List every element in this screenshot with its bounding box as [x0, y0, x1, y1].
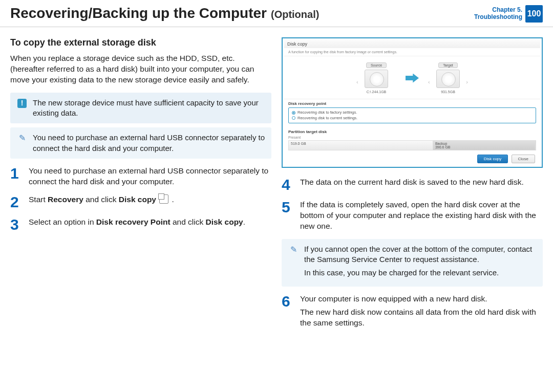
option-factory-label: Recovering disk to factory settings.	[297, 110, 357, 116]
t: .	[243, 217, 245, 226]
step-1-text: You need to purchase an external hard US…	[29, 166, 271, 187]
dialog-buttons: Disk copy Close	[284, 150, 540, 165]
option-current[interactable]: Recovering disk to current settings.	[292, 116, 533, 121]
source-label: Source	[366, 62, 387, 68]
target-capacity: 931.5GB	[436, 90, 460, 94]
page-title: Recovering/Backing up the Computer	[10, 5, 267, 21]
service-note: ✎ If you cannot open the cover at the bo…	[282, 239, 543, 287]
intro-text: When you replace a storage device such a…	[10, 53, 271, 85]
chapter-line-1: Chapter 5.	[474, 7, 522, 14]
partition-seg-2: Backup 390.6 GB	[433, 141, 536, 150]
step-1: 1 You need to purchase an external hard …	[10, 166, 271, 187]
title-optional: (Optional)	[271, 9, 319, 20]
service-note-line-2: In this case, you may be charged for the…	[304, 268, 537, 278]
dialog-title: Disk copy	[284, 40, 540, 48]
step-6: 6 Your computer is now equipped with a n…	[282, 294, 543, 329]
arrow-right-icon	[406, 74, 419, 83]
seg2-label: Backup	[435, 142, 533, 145]
hdd-icon	[436, 70, 460, 88]
t: and click	[171, 217, 206, 226]
bold-disk-copy: Disk copy	[206, 217, 243, 226]
warning-note: ! The new storage device must have suffi…	[10, 93, 271, 124]
service-note-line-1: If you cannot open the cover at the bott…	[304, 244, 537, 265]
partition-header: Partition target disk	[284, 127, 540, 136]
step-6-line-1: Your computer is now equipped with a new…	[300, 294, 543, 304]
warning-text: The new storage device must have suffici…	[33, 98, 265, 119]
partition-seg-1: 519.0 GB	[289, 141, 433, 150]
step-2: 2 Start Recovery and click Disk copy .	[10, 194, 271, 210]
bold-recovery: Recovery	[48, 195, 83, 204]
chevron-left-icon[interactable]: ‹	[356, 79, 358, 85]
recovery-point-options: Recovering disk to factory settings. Rec…	[288, 107, 536, 123]
step-number: 5	[282, 200, 294, 215]
close-button[interactable]: Close	[512, 155, 535, 163]
option-current-label: Recovering disk to current settings.	[297, 116, 357, 121]
warning-icon: !	[16, 98, 28, 109]
title-group: Recovering/Backing up the Computer (Opti…	[10, 5, 319, 21]
step-2-text: Start Recovery and click Disk copy .	[29, 194, 174, 205]
step-3: 3 Select an option in Disk recovery Poin…	[10, 217, 271, 232]
step-5-text: If the data is completely saved, open th…	[300, 200, 543, 232]
chapter-text: Chapter 5. Troubleshooting	[474, 7, 522, 21]
recovery-point-header: Disk recovery point	[284, 99, 540, 107]
step-6-text: Your computer is now equipped with a new…	[300, 294, 543, 329]
step-3-text: Select an option in Disk recovery Point …	[29, 217, 245, 228]
chevron-right-icon[interactable]: ›	[466, 79, 468, 85]
t: Start	[29, 195, 48, 204]
seg2-size: 390.6 GB	[435, 145, 533, 149]
step-6-line-2: The new hard disk now contains all data …	[300, 307, 543, 329]
dialog-subtitle: A function for copying the disk from fac…	[284, 48, 540, 56]
step-number: 4	[282, 177, 294, 192]
service-note-body: If you cannot open the cover at the bott…	[304, 244, 537, 281]
step-number: 6	[282, 294, 294, 309]
step-number: 3	[10, 217, 23, 232]
present-label: Present	[284, 136, 540, 139]
drives-panel: ‹ Source C:\ 244.1GB ‹ › Target 931.5GB	[284, 56, 540, 99]
step-number: 1	[10, 166, 23, 181]
hdd-icon	[365, 70, 388, 88]
source-drive: ‹ Source C:\ 244.1GB	[365, 62, 388, 94]
t: and click	[83, 195, 119, 204]
t: .	[169, 195, 174, 204]
section-title: To copy the external storage disk	[10, 37, 271, 48]
info-note-text: You need to purchase an external hard US…	[33, 133, 265, 154]
info-note: ✎ You need to purchase an external hard …	[10, 127, 271, 159]
left-column: To copy the external storage disk When y…	[10, 37, 271, 336]
t: Select an option in	[29, 217, 96, 226]
target-label: Target	[438, 62, 457, 68]
bold-disk-recovery-point: Disk recovery Point	[96, 217, 171, 226]
disk-copy-dialog: Disk copy A function for copying the dis…	[282, 37, 543, 168]
step-4-text: The data on the current hard disk is sav…	[300, 177, 524, 188]
partition-bar: 519.0 GB Backup 390.6 GB	[288, 140, 536, 150]
right-column: Disk copy A function for copying the dis…	[282, 37, 543, 336]
option-factory[interactable]: Recovering disk to factory settings.	[292, 110, 533, 116]
page-number: 100	[525, 5, 543, 23]
note-icon: ✎	[16, 133, 28, 144]
radio-icon	[292, 111, 295, 115]
bold-disk-copy: Disk copy	[119, 195, 156, 204]
step-4: 4 The data on the current hard disk is s…	[282, 177, 543, 192]
note-icon: ✎	[288, 244, 299, 255]
chapter-block: Chapter 5. Troubleshooting 100	[474, 5, 543, 23]
step-number: 2	[10, 194, 23, 210]
chapter-line-2: Troubleshooting	[474, 14, 522, 21]
step-5: 5 If the data is completely saved, open …	[282, 200, 543, 232]
page-header: Recovering/Backing up the Computer (Opti…	[0, 0, 553, 27]
chevron-left-icon[interactable]: ‹	[428, 79, 430, 85]
disk-copy-button[interactable]: Disk copy	[477, 155, 508, 163]
disk-copy-icon	[159, 194, 168, 204]
source-capacity: C:\ 244.1GB	[365, 90, 388, 94]
radio-icon	[292, 116, 295, 120]
content: To copy the external storage disk When y…	[0, 27, 553, 336]
target-drive: ‹ › Target 931.5GB	[436, 62, 460, 94]
